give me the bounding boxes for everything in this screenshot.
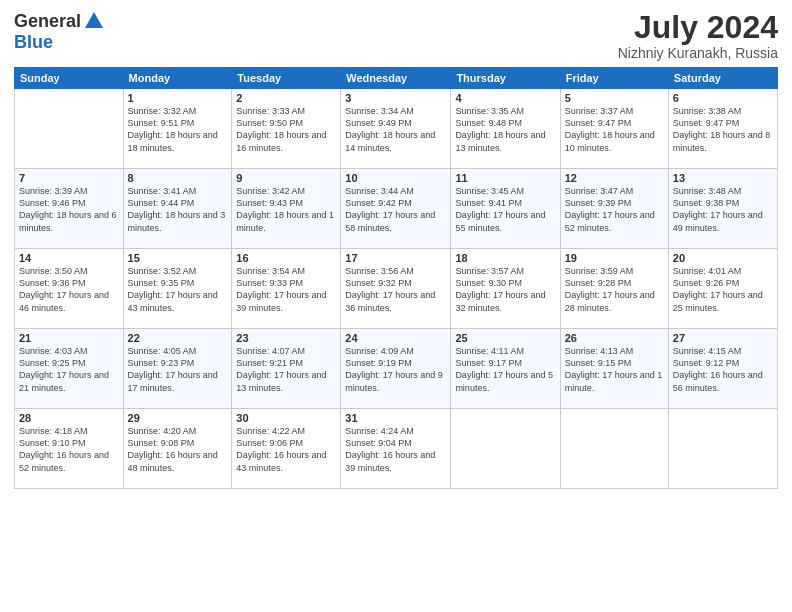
- day-number: 7: [19, 172, 119, 184]
- day-number: 17: [345, 252, 446, 264]
- day-info: Sunrise: 3:33 AM Sunset: 9:50 PM Dayligh…: [236, 105, 336, 154]
- table-row: 11Sunrise: 3:45 AM Sunset: 9:41 PM Dayli…: [451, 169, 560, 249]
- table-row: 18Sunrise: 3:57 AM Sunset: 9:30 PM Dayli…: [451, 249, 560, 329]
- day-info: Sunrise: 3:44 AM Sunset: 9:42 PM Dayligh…: [345, 185, 446, 234]
- day-number: 5: [565, 92, 664, 104]
- day-number: 6: [673, 92, 773, 104]
- day-number: 20: [673, 252, 773, 264]
- day-number: 14: [19, 252, 119, 264]
- day-number: 8: [128, 172, 228, 184]
- svg-marker-0: [85, 12, 103, 28]
- day-number: 21: [19, 332, 119, 344]
- calendar-week-row: 21Sunrise: 4:03 AM Sunset: 9:25 PM Dayli…: [15, 329, 778, 409]
- table-row: 19Sunrise: 3:59 AM Sunset: 9:28 PM Dayli…: [560, 249, 668, 329]
- table-row: 17Sunrise: 3:56 AM Sunset: 9:32 PM Dayli…: [341, 249, 451, 329]
- calendar-table: Sunday Monday Tuesday Wednesday Thursday…: [14, 67, 778, 489]
- col-saturday: Saturday: [668, 68, 777, 89]
- logo-icon: [83, 10, 105, 32]
- day-info: Sunrise: 4:22 AM Sunset: 9:06 PM Dayligh…: [236, 425, 336, 474]
- logo: General Blue: [14, 10, 105, 53]
- day-number: 28: [19, 412, 119, 424]
- day-number: 30: [236, 412, 336, 424]
- day-info: Sunrise: 4:13 AM Sunset: 9:15 PM Dayligh…: [565, 345, 664, 394]
- page-header: General Blue July 2024 Nizhniy Kuranakh,…: [14, 10, 778, 61]
- table-row: 16Sunrise: 3:54 AM Sunset: 9:33 PM Dayli…: [232, 249, 341, 329]
- day-info: Sunrise: 3:54 AM Sunset: 9:33 PM Dayligh…: [236, 265, 336, 314]
- day-info: Sunrise: 3:39 AM Sunset: 9:46 PM Dayligh…: [19, 185, 119, 234]
- day-number: 26: [565, 332, 664, 344]
- day-number: 15: [128, 252, 228, 264]
- table-row: 4Sunrise: 3:35 AM Sunset: 9:48 PM Daylig…: [451, 89, 560, 169]
- day-info: Sunrise: 3:32 AM Sunset: 9:51 PM Dayligh…: [128, 105, 228, 154]
- day-info: Sunrise: 3:45 AM Sunset: 9:41 PM Dayligh…: [455, 185, 555, 234]
- day-number: 25: [455, 332, 555, 344]
- table-row: [451, 409, 560, 489]
- table-row: 12Sunrise: 3:47 AM Sunset: 9:39 PM Dayli…: [560, 169, 668, 249]
- day-info: Sunrise: 3:37 AM Sunset: 9:47 PM Dayligh…: [565, 105, 664, 154]
- table-row: 9Sunrise: 3:42 AM Sunset: 9:43 PM Daylig…: [232, 169, 341, 249]
- logo-general: General: [14, 11, 81, 32]
- day-number: 1: [128, 92, 228, 104]
- calendar-week-row: 7Sunrise: 3:39 AM Sunset: 9:46 PM Daylig…: [15, 169, 778, 249]
- table-row: 22Sunrise: 4:05 AM Sunset: 9:23 PM Dayli…: [123, 329, 232, 409]
- day-info: Sunrise: 4:24 AM Sunset: 9:04 PM Dayligh…: [345, 425, 446, 474]
- day-info: Sunrise: 3:48 AM Sunset: 9:38 PM Dayligh…: [673, 185, 773, 234]
- table-row: 21Sunrise: 4:03 AM Sunset: 9:25 PM Dayli…: [15, 329, 124, 409]
- day-info: Sunrise: 3:42 AM Sunset: 9:43 PM Dayligh…: [236, 185, 336, 234]
- table-row: 13Sunrise: 3:48 AM Sunset: 9:38 PM Dayli…: [668, 169, 777, 249]
- calendar-header-row: Sunday Monday Tuesday Wednesday Thursday…: [15, 68, 778, 89]
- day-info: Sunrise: 3:50 AM Sunset: 9:36 PM Dayligh…: [19, 265, 119, 314]
- day-number: 4: [455, 92, 555, 104]
- table-row: 30Sunrise: 4:22 AM Sunset: 9:06 PM Dayli…: [232, 409, 341, 489]
- day-number: 9: [236, 172, 336, 184]
- day-number: 11: [455, 172, 555, 184]
- day-info: Sunrise: 4:01 AM Sunset: 9:26 PM Dayligh…: [673, 265, 773, 314]
- day-info: Sunrise: 4:20 AM Sunset: 9:08 PM Dayligh…: [128, 425, 228, 474]
- col-wednesday: Wednesday: [341, 68, 451, 89]
- day-info: Sunrise: 4:07 AM Sunset: 9:21 PM Dayligh…: [236, 345, 336, 394]
- table-row: [15, 89, 124, 169]
- table-row: 3Sunrise: 3:34 AM Sunset: 9:49 PM Daylig…: [341, 89, 451, 169]
- day-number: 29: [128, 412, 228, 424]
- table-row: 2Sunrise: 3:33 AM Sunset: 9:50 PM Daylig…: [232, 89, 341, 169]
- day-number: 27: [673, 332, 773, 344]
- table-row: 28Sunrise: 4:18 AM Sunset: 9:10 PM Dayli…: [15, 409, 124, 489]
- day-info: Sunrise: 3:56 AM Sunset: 9:32 PM Dayligh…: [345, 265, 446, 314]
- day-info: Sunrise: 4:18 AM Sunset: 9:10 PM Dayligh…: [19, 425, 119, 474]
- col-sunday: Sunday: [15, 68, 124, 89]
- table-row: 10Sunrise: 3:44 AM Sunset: 9:42 PM Dayli…: [341, 169, 451, 249]
- day-number: 10: [345, 172, 446, 184]
- col-friday: Friday: [560, 68, 668, 89]
- day-number: 18: [455, 252, 555, 264]
- calendar-week-row: 1Sunrise: 3:32 AM Sunset: 9:51 PM Daylig…: [15, 89, 778, 169]
- col-monday: Monday: [123, 68, 232, 89]
- day-number: 31: [345, 412, 446, 424]
- table-row: [560, 409, 668, 489]
- calendar-week-row: 28Sunrise: 4:18 AM Sunset: 9:10 PM Dayli…: [15, 409, 778, 489]
- table-row: 23Sunrise: 4:07 AM Sunset: 9:21 PM Dayli…: [232, 329, 341, 409]
- table-row: 14Sunrise: 3:50 AM Sunset: 9:36 PM Dayli…: [15, 249, 124, 329]
- day-info: Sunrise: 3:57 AM Sunset: 9:30 PM Dayligh…: [455, 265, 555, 314]
- table-row: [668, 409, 777, 489]
- day-info: Sunrise: 3:52 AM Sunset: 9:35 PM Dayligh…: [128, 265, 228, 314]
- location: Nizhniy Kuranakh, Russia: [618, 45, 778, 61]
- day-number: 23: [236, 332, 336, 344]
- day-info: Sunrise: 4:11 AM Sunset: 9:17 PM Dayligh…: [455, 345, 555, 394]
- col-tuesday: Tuesday: [232, 68, 341, 89]
- col-thursday: Thursday: [451, 68, 560, 89]
- day-number: 2: [236, 92, 336, 104]
- day-number: 16: [236, 252, 336, 264]
- table-row: 7Sunrise: 3:39 AM Sunset: 9:46 PM Daylig…: [15, 169, 124, 249]
- table-row: 15Sunrise: 3:52 AM Sunset: 9:35 PM Dayli…: [123, 249, 232, 329]
- calendar-week-row: 14Sunrise: 3:50 AM Sunset: 9:36 PM Dayli…: [15, 249, 778, 329]
- day-info: Sunrise: 3:34 AM Sunset: 9:49 PM Dayligh…: [345, 105, 446, 154]
- day-number: 24: [345, 332, 446, 344]
- day-info: Sunrise: 4:15 AM Sunset: 9:12 PM Dayligh…: [673, 345, 773, 394]
- day-number: 12: [565, 172, 664, 184]
- day-info: Sunrise: 3:59 AM Sunset: 9:28 PM Dayligh…: [565, 265, 664, 314]
- table-row: 27Sunrise: 4:15 AM Sunset: 9:12 PM Dayli…: [668, 329, 777, 409]
- table-row: 5Sunrise: 3:37 AM Sunset: 9:47 PM Daylig…: [560, 89, 668, 169]
- table-row: 26Sunrise: 4:13 AM Sunset: 9:15 PM Dayli…: [560, 329, 668, 409]
- day-number: 3: [345, 92, 446, 104]
- table-row: 25Sunrise: 4:11 AM Sunset: 9:17 PM Dayli…: [451, 329, 560, 409]
